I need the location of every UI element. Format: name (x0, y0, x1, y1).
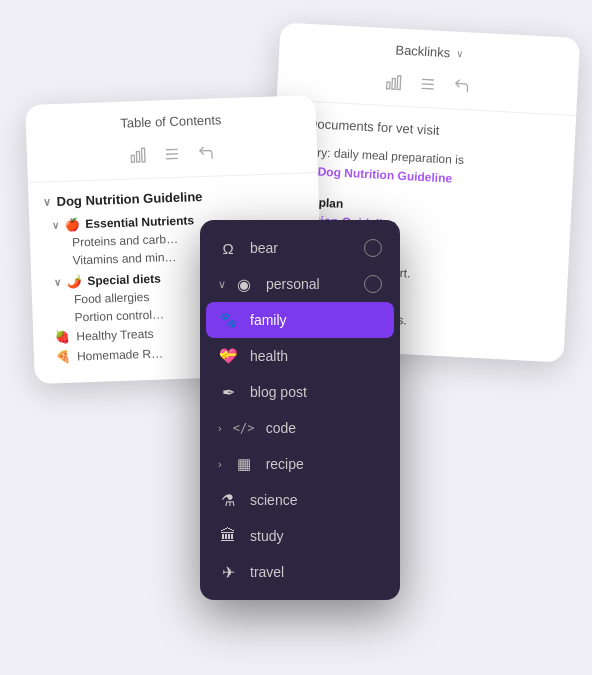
toc-list-icon[interactable] (163, 145, 182, 168)
svg-rect-7 (136, 151, 139, 162)
toc-reply-icon[interactable] (197, 144, 216, 167)
dropdown-recipe-label: recipe (266, 456, 382, 472)
svg-line-3 (422, 79, 434, 80)
paw-icon: 🐾 (218, 310, 238, 330)
dropdown-family-label: family (250, 312, 382, 328)
toc-section-chevron: ∨ (42, 195, 50, 208)
dropdown-blog-post-label: blog post (250, 384, 382, 400)
bear-badge (364, 239, 382, 257)
toc-item-healthy-treats-emoji: 🍓 (55, 330, 70, 345)
person-icon: ◉ (234, 274, 254, 294)
toc-title: Table of Contents (120, 112, 222, 131)
toc-section-label: Dog Nutrition Guideline (56, 189, 202, 209)
dropdown-item-bear[interactable]: Ω bear (200, 230, 400, 266)
chart-icon[interactable] (384, 73, 403, 96)
toc-item-homemade-emoji: 🍕 (56, 350, 71, 365)
reply-icon[interactable] (452, 76, 471, 99)
heart-icon: 💝 (218, 346, 238, 366)
list-icon[interactable] (418, 75, 437, 98)
dropdown-study-label: study (250, 528, 382, 544)
backlinks-chevron[interactable]: ∨ (456, 48, 464, 59)
plane-icon: ✈ (218, 562, 238, 582)
backlink-highlight-1: Dog Nutrition Guideline (317, 165, 452, 186)
toc-item-nutrients-emoji: 🍎 (64, 217, 79, 232)
svg-rect-6 (131, 155, 134, 162)
personal-expand-chevron: ∨ (218, 278, 226, 291)
svg-rect-0 (387, 82, 390, 89)
dropdown-item-personal[interactable]: ∨ ◉ personal (200, 266, 400, 302)
building-icon: 🏛 (218, 526, 238, 546)
dropdown-code-label: code (266, 420, 382, 436)
toc-chart-icon[interactable] (129, 146, 148, 169)
dropdown-science-label: science (250, 492, 382, 508)
dropdown-travel-label: travel (250, 564, 382, 580)
toc-item-special-diets-emoji: 🌶️ (66, 274, 81, 289)
omega-icon: Ω (218, 238, 238, 258)
dropdown-menu: Ω bear ∨ ◉ personal 🐾 family 💝 health ✒ … (200, 220, 400, 600)
toc-item-healthy-treats-label: Healthy Treats (76, 327, 154, 344)
dropdown-bear-label: bear (250, 240, 352, 256)
svg-rect-2 (397, 76, 401, 90)
flask-icon: ⚗ (218, 490, 238, 510)
svg-line-5 (421, 88, 433, 89)
dropdown-item-travel[interactable]: ✈ travel (200, 554, 400, 590)
toc-item-nutrients-label: Essential Nutrients (85, 213, 194, 231)
dropdown-item-recipe[interactable]: › ▦ recipe (200, 446, 400, 482)
svg-rect-1 (392, 79, 396, 90)
dropdown-item-health[interactable]: 💝 health (200, 338, 400, 374)
code-icon: </> (234, 418, 254, 438)
dropdown-item-study[interactable]: 🏛 study (200, 518, 400, 554)
personal-badge (364, 275, 382, 293)
toc-item-special-diets-label: Special diets (87, 272, 161, 289)
dropdown-item-code[interactable]: › </> code (200, 410, 400, 446)
dropdown-health-label: health (250, 348, 382, 364)
svg-rect-8 (142, 148, 145, 162)
pen-icon: ✒ (218, 382, 238, 402)
code-expand-chevron: › (218, 422, 222, 434)
backlinks-title: Backlinks (395, 42, 451, 60)
dropdown-item-family[interactable]: 🐾 family (206, 302, 394, 338)
dropdown-personal-label: personal (266, 276, 352, 292)
dropdown-item-blog-post[interactable]: ✒ blog post (200, 374, 400, 410)
svg-line-4 (422, 84, 434, 85)
recipe-expand-chevron: › (218, 458, 222, 470)
toc-item-homemade-label: Homemade R… (77, 346, 163, 363)
recipe-icon: ▦ (234, 454, 254, 474)
dropdown-item-science[interactable]: ⚗ science (200, 482, 400, 518)
